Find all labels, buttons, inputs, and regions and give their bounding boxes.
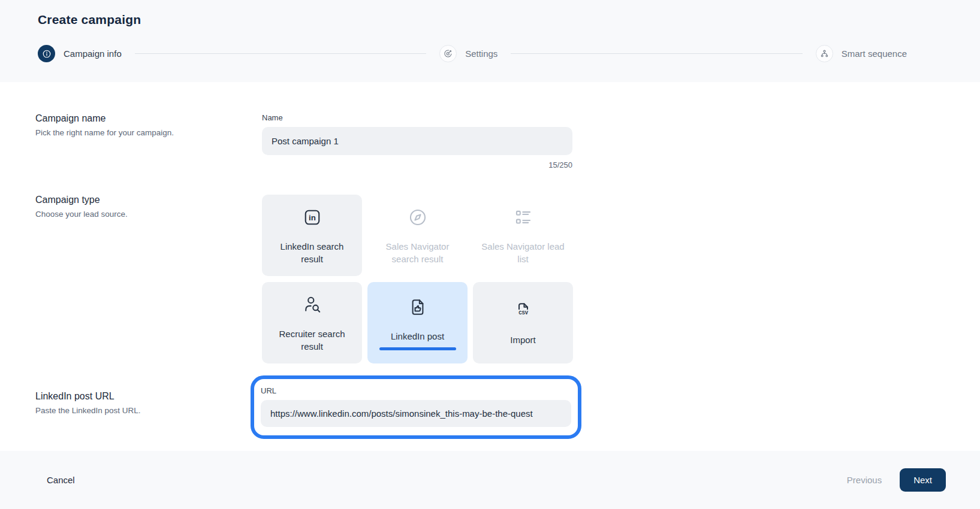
post-url-heading: LinkedIn post URL (35, 391, 244, 402)
svg-text:CSV: CSV (518, 310, 529, 316)
campaign-name-heading: Campaign name (35, 113, 244, 124)
card-sales-navigator-lead-list: Sales Navigator lead list (473, 195, 573, 276)
card-linkedin-post[interactable]: LinkedIn post (367, 282, 468, 363)
campaign-name-description: Pick the right name for your campaign. (35, 128, 244, 137)
info-icon (38, 45, 55, 62)
card-label: Sales Navigator search result (375, 240, 460, 265)
campaign-type-grid: in LinkedIn search result Sales Navigato… (262, 195, 572, 363)
card-label: Import (510, 334, 536, 346)
campaign-type-section: Campaign type Choose your lead source. i… (35, 195, 980, 363)
stepper-connector (135, 53, 426, 54)
card-label: Recruiter search result (269, 328, 355, 353)
card-label: LinkedIn post (391, 330, 444, 343)
step-label: Smart sequence (842, 49, 907, 59)
card-import[interactable]: CSV Import (473, 282, 573, 363)
post-url-description: Paste the LinkedIn post URL. (35, 406, 244, 415)
cancel-button[interactable]: Cancel (47, 475, 75, 485)
footer: Cancel Previous Next (0, 451, 980, 509)
campaign-name-input[interactable] (262, 127, 572, 155)
target-icon (439, 45, 457, 62)
linkedin-post-url-section: LinkedIn post URL Paste the LinkedIn pos… (35, 375, 980, 439)
card-sales-navigator-search-result: Sales Navigator search result (367, 195, 468, 276)
card-label: LinkedIn search result (269, 240, 355, 265)
char-counter: 15/250 (262, 160, 572, 169)
card-linkedin-search-result[interactable]: in LinkedIn search result (262, 195, 362, 276)
stepper: Campaign info Settings (38, 45, 907, 62)
campaign-type-description: Choose your lead source. (35, 210, 244, 219)
step-label: Campaign info (64, 49, 122, 59)
step-smart-sequence[interactable]: Smart sequence (816, 45, 907, 62)
linkedin-post-url-input[interactable] (261, 400, 571, 427)
header: Create campaign Campaign info (0, 0, 980, 82)
step-settings[interactable]: Settings (439, 45, 497, 62)
name-field-label: Name (262, 113, 572, 122)
card-label: Sales Navigator lead list (480, 240, 566, 265)
sequence-icon (816, 45, 833, 62)
campaign-type-heading: Campaign type (35, 195, 244, 205)
step-campaign-info[interactable]: Campaign info (38, 45, 122, 62)
annotation-highlight: URL (251, 375, 581, 439)
linkedin-icon: in (301, 206, 324, 232)
svg-text:in: in (309, 213, 316, 222)
post-thumb-icon (406, 296, 429, 322)
compass-icon (406, 206, 429, 232)
campaign-name-section: Campaign name Pick the right name for yo… (35, 113, 980, 169)
stepper-connector (511, 53, 802, 54)
recruiter-search-icon (301, 293, 324, 319)
card-recruiter-search-result[interactable]: Recruiter search result (262, 282, 362, 363)
selected-underline (379, 347, 456, 350)
main-content: Campaign name Pick the right name for yo… (0, 82, 980, 451)
csv-file-icon: CSV (512, 299, 535, 325)
step-label: Settings (465, 49, 497, 59)
lead-list-icon (512, 206, 535, 232)
url-field-label: URL (261, 386, 571, 395)
page-title: Create campaign (38, 13, 907, 27)
previous-button[interactable]: Previous (847, 475, 882, 485)
next-button[interactable]: Next (900, 468, 946, 492)
